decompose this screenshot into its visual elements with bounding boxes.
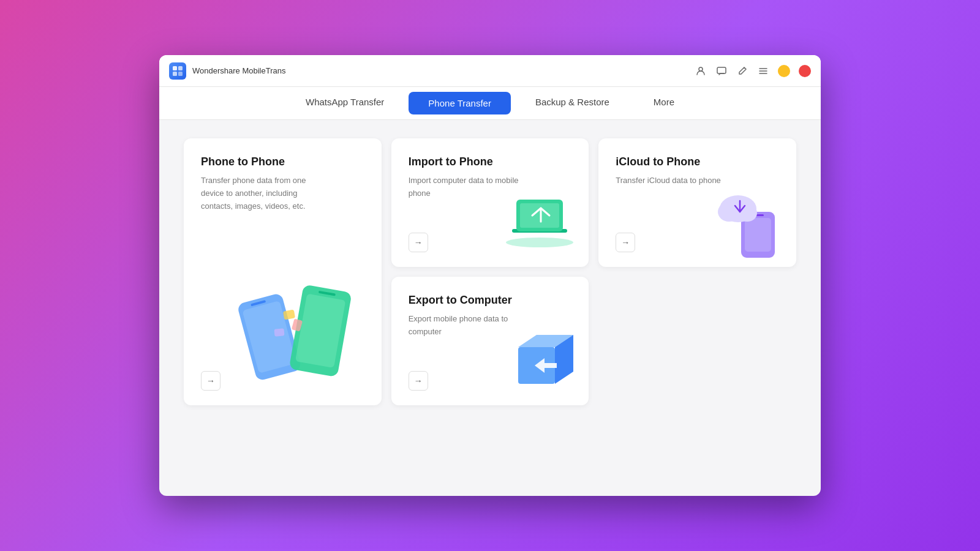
titlebar: Wondershare MobileTrans — [159, 55, 821, 87]
card-export-to-computer: Export to Computer Export mobile phone d… — [391, 277, 589, 405]
account-icon[interactable] — [695, 65, 707, 77]
edit-icon[interactable] — [736, 65, 748, 77]
main-content: Phone to Phone Transfer phone data from … — [159, 120, 821, 496]
card-import-to-phone-illustration — [497, 175, 582, 261]
card-phone-to-phone: Phone to Phone Transfer phone data from … — [184, 138, 382, 405]
tab-backup-restore[interactable]: Backup & Restore — [513, 87, 631, 119]
app-window: Wondershare MobileTrans — [159, 55, 821, 496]
card-phone-to-phone-arrow[interactable]: → — [201, 371, 221, 391]
feedback-icon[interactable] — [715, 65, 728, 77]
svg-rect-0 — [173, 66, 177, 70]
card-phone-to-phone-illustration — [228, 240, 375, 387]
titlebar-actions: — ✕ — [695, 65, 811, 77]
card-icloud-to-phone: iCloud to Phone Transfer iCloud data to … — [598, 138, 796, 267]
app-logo — [169, 62, 186, 80]
svg-rect-14 — [274, 328, 284, 336]
svg-rect-3 — [178, 72, 183, 76]
svg-rect-2 — [173, 72, 177, 76]
card-import-to-phone-title: Import to Phone — [409, 156, 572, 168]
svg-rect-5 — [717, 67, 726, 73]
svg-rect-18 — [520, 203, 559, 228]
svg-rect-1 — [178, 66, 183, 70]
close-button[interactable]: ✕ — [799, 65, 811, 77]
app-title: Wondershare MobileTrans — [192, 66, 695, 75]
card-icloud-to-phone-title: iCloud to Phone — [616, 156, 779, 168]
menu-icon[interactable] — [757, 65, 769, 77]
cards-grid: Phone to Phone Transfer phone data from … — [184, 138, 796, 405]
svg-point-24 — [718, 202, 740, 222]
tab-phone-transfer[interactable]: Phone Transfer — [409, 92, 511, 114]
card-phone-to-phone-title: Phone to Phone — [201, 156, 364, 168]
card-import-to-phone-arrow[interactable]: → — [409, 233, 428, 252]
tab-more[interactable]: More — [631, 87, 696, 119]
nav-bar: WhatsApp Transfer Phone Transfer Backup … — [159, 87, 821, 120]
card-phone-to-phone-desc: Transfer phone data from one device to a… — [201, 174, 323, 212]
card-icloud-to-phone-illustration — [704, 175, 790, 261]
svg-rect-21 — [745, 218, 771, 252]
card-import-to-phone: Import to Phone Import computer data to … — [391, 138, 589, 267]
card-icloud-to-phone-arrow[interactable]: → — [616, 233, 635, 252]
card-export-to-computer-title: Export to Computer — [409, 294, 572, 307]
minimize-button[interactable]: — — [778, 65, 790, 77]
card-export-to-computer-arrow[interactable]: → — [409, 371, 428, 391]
svg-point-4 — [699, 67, 703, 71]
svg-point-15 — [506, 238, 573, 247]
card-export-to-computer-illustration — [497, 313, 582, 399]
tab-whatsapp-transfer[interactable]: WhatsApp Transfer — [284, 87, 406, 119]
